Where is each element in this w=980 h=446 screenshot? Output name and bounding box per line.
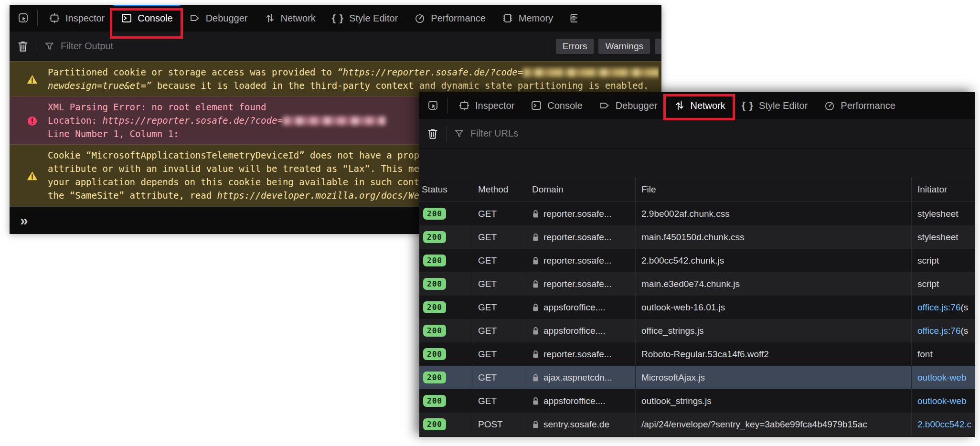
request-row[interactable]: 200GETappsforoffice....office_strings.js…: [419, 319, 975, 342]
initiator-link[interactable]: office.js:76: [917, 326, 960, 336]
node-picker-icon: [18, 12, 29, 24]
file-cell: outlook-web-16.01.js: [636, 296, 912, 319]
lock-icon: [532, 373, 539, 382]
request-row[interactable]: 200POSTsentry.sosafe.de/api/24/envelope/…: [419, 413, 975, 436]
domain-cell: reporter.sosafe...: [526, 249, 636, 272]
filterbar-divider: [37, 38, 37, 54]
status-cell: 200: [419, 225, 472, 249]
tab-label: Network: [691, 100, 725, 111]
tab-performance[interactable]: Performance: [816, 92, 904, 119]
filter-output-input[interactable]: Filter Output: [61, 41, 113, 52]
method-cell: GET: [472, 342, 526, 366]
tab-label: Network: [281, 13, 316, 24]
column-header-method[interactable]: Method: [472, 177, 526, 202]
initiator-link[interactable]: outlook-web: [917, 372, 966, 383]
tab-label: Debugger: [206, 13, 248, 24]
domain-cell: reporter.sosafe...: [526, 272, 636, 296]
tab-network[interactable]: Network: [666, 92, 734, 119]
column-header-initiator[interactable]: Initiator: [912, 177, 975, 202]
tab-label: Style Editor: [759, 100, 808, 111]
request-row[interactable]: 200GETreporter.sosafe...main.f450150d.ch…: [419, 225, 975, 249]
filter-button-clipped[interactable]: [655, 39, 661, 54]
status-badge: 200: [423, 372, 446, 383]
request-row[interactable]: 200GETreporter.sosafe...Roboto-Regular.5…: [419, 342, 975, 366]
network-filter-bar: Filter URLs: [419, 119, 975, 149]
initiator-cell: office.js:76 (s: [912, 319, 975, 342]
console-icon: [121, 12, 132, 24]
tab-label: Debugger: [616, 100, 658, 111]
node-picker-button[interactable]: [419, 92, 447, 119]
memory-icon: [502, 12, 513, 24]
initiator-link[interactable]: 2.b00cc542.c: [917, 419, 971, 430]
tab-label: Console: [138, 13, 172, 24]
request-row[interactable]: 200GETappsforoffice....outlook_strings.j…: [419, 389, 975, 413]
redacted-blur: [523, 68, 659, 77]
request-row[interactable]: 200GETreporter.sosafe...main.e3ed0e74.ch…: [419, 272, 975, 296]
column-header-status[interactable]: Status: [419, 177, 472, 202]
node-picker-button[interactable]: [10, 5, 37, 32]
status-badge: 200: [423, 301, 446, 313]
column-header-domain[interactable]: Domain: [526, 177, 636, 202]
initiator-text: script: [917, 279, 939, 289]
inspector-icon: [458, 100, 470, 111]
tab-performance[interactable]: Performance: [406, 5, 494, 32]
requests-table: StatusMethodDomainFileInitiator 200GETre…: [419, 177, 975, 436]
status-badge: 200: [423, 255, 446, 266]
initiator-text: script: [917, 255, 939, 266]
initiator-link[interactable]: office.js:76: [917, 302, 960, 313]
tab-label: Console: [547, 100, 582, 111]
status-cell: 200: [419, 319, 472, 342]
tab-storage[interactable]: [561, 5, 577, 32]
tab-debugger[interactable]: Debugger: [181, 5, 256, 32]
toolbar-divider: [37, 10, 38, 26]
status-cell: 200: [419, 202, 472, 225]
filter-button-warnings[interactable]: Warnings: [598, 39, 650, 54]
lock-icon: [532, 303, 539, 312]
tab-network[interactable]: Network: [256, 5, 324, 32]
node-picker-icon: [427, 100, 439, 111]
status-cell: 200: [419, 296, 472, 319]
request-row[interactable]: 200GETappsforoffice....outlook-web-16.01…: [419, 296, 975, 319]
debugger-icon: [189, 12, 201, 24]
storage-icon: [569, 12, 577, 24]
tab-style-editor[interactable]: { }Style Editor: [324, 5, 406, 32]
request-row[interactable]: 200GETreporter.sosafe...2.b00cc542.chunk…: [419, 249, 975, 272]
request-row[interactable]: 200GETajax.aspnetcdn...MicrosoftAjax.jso…: [419, 366, 975, 389]
tab-console[interactable]: Console: [522, 92, 590, 119]
console-filter-bar: Filter Output ErrorsWarnings: [10, 32, 661, 61]
status-cell: 200: [419, 366, 472, 389]
clear-console-button[interactable]: [17, 40, 29, 53]
message-line: newdesign=true&et=” because it is loaded…: [48, 79, 659, 92]
devtools-network-window: InspectorConsoleDebuggerNetwork{ }Style …: [419, 92, 975, 437]
tab-inspector[interactable]: Inspector: [450, 92, 522, 119]
method-cell: GET: [472, 296, 526, 319]
request-row[interactable]: 200GETreporter.sosafe...2.9be002af.chunk…: [419, 202, 975, 225]
filter-urls-input[interactable]: Filter URLs: [470, 128, 518, 139]
tab-label: Inspector: [65, 13, 105, 24]
status-cell: 200: [419, 389, 472, 413]
method-cell: GET: [472, 202, 526, 225]
lock-icon: [532, 397, 539, 405]
tab-inspector[interactable]: Inspector: [41, 5, 113, 32]
filter-button-errors[interactable]: Errors: [556, 39, 594, 54]
filter-funnel-icon: [454, 128, 465, 139]
status-badge: 200: [423, 395, 446, 407]
tab-memory[interactable]: Memory: [494, 5, 561, 32]
column-header-file[interactable]: File: [636, 177, 912, 202]
request-type-filter-bar: [419, 149, 975, 177]
network-window-tabs: InspectorConsoleDebuggerNetwork{ }Style …: [450, 92, 975, 119]
initiator-text: stylesheet: [917, 209, 959, 219]
status-cell: 200: [419, 249, 472, 272]
initiator-text: stylesheet: [917, 232, 959, 243]
initiator-link[interactable]: outlook-web: [917, 396, 966, 406]
domain-cell: ajax.aspnetcdn...: [526, 366, 636, 389]
tab-style-editor[interactable]: { }Style Editor: [734, 92, 816, 119]
lock-icon: [532, 420, 539, 429]
clear-requests-button[interactable]: [426, 127, 439, 140]
tab-console[interactable]: Console: [113, 5, 181, 32]
method-cell: GET: [472, 225, 526, 249]
warning-icon: [26, 149, 38, 202]
tab-debugger[interactable]: Debugger: [591, 92, 666, 119]
file-cell: 2.9be002af.chunk.css: [636, 202, 912, 225]
status-badge: 200: [423, 231, 446, 243]
